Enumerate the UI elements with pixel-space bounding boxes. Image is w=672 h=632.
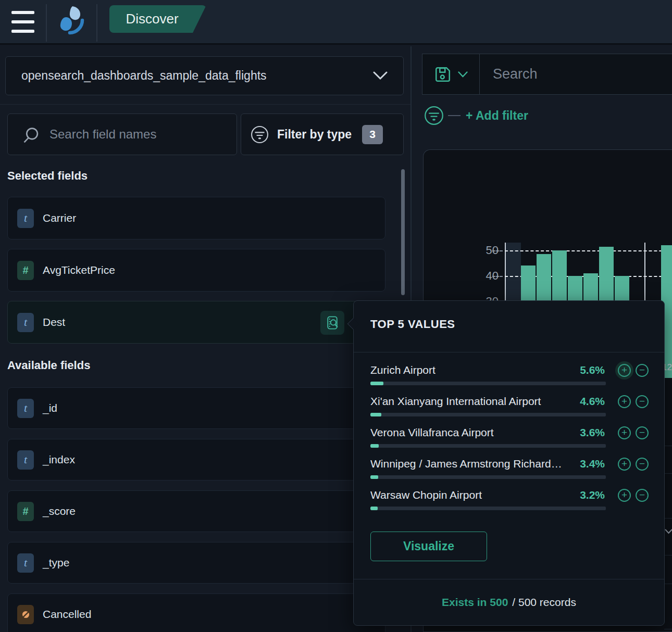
field-card-cancelled[interactable]: Cancelled: [7, 593, 385, 632]
top-value-progress-fill: [370, 444, 379, 448]
top-value-row: Winnipeg / James Armstrong Richard…3.4%+…: [370, 456, 649, 478]
top-value-label: Verona Villafranca Airport: [370, 426, 580, 439]
selected-fields-list: tCarrier#AvgTicketPricetDest: [7, 197, 385, 353]
table-row-divider: [664, 584, 672, 584]
top-value-row: Xi'an Xianyang International Airport4.6%…: [370, 394, 649, 416]
nav-divider: [46, 4, 47, 42]
field-details-button[interactable]: [320, 311, 344, 335]
top-value-progress-fill: [370, 507, 378, 510]
filter-by-type-button[interactable]: Filter by type 3: [241, 113, 404, 155]
top-value-percent: 3.4%: [580, 458, 605, 470]
filter-icon: [424, 106, 444, 125]
field-search-box: [7, 113, 237, 155]
top-value-percent: 5.6%: [580, 364, 605, 376]
string-type-icon: t: [17, 450, 34, 470]
visualize-button[interactable]: Visualize: [370, 532, 487, 561]
field-search-input[interactable]: [8, 114, 237, 155]
filter-for-value-button[interactable]: +: [618, 426, 631, 439]
field-card-avgticketprice[interactable]: #AvgTicketPrice: [7, 249, 385, 292]
saved-queries-button[interactable]: [422, 54, 480, 94]
save-icon: [434, 66, 452, 83]
top-value-label: Xi'an Xianyang International Airport: [370, 395, 580, 408]
popover-divider: [354, 352, 664, 352]
field-name: Dest: [43, 316, 65, 328]
string-type-icon: t: [17, 553, 34, 573]
selected-fields-heading: Selected fields: [7, 169, 88, 183]
filter-out-value-button[interactable]: −: [636, 489, 649, 502]
type-filter-count-badge: 3: [362, 125, 383, 144]
add-filter-link[interactable]: + Add filter: [466, 109, 528, 123]
filter-by-type-label: Filter by type: [277, 128, 352, 142]
available-fields-list: t_idt_index#_scoret_typeCancelled: [7, 387, 385, 632]
top-value-progress-fill: [370, 413, 381, 416]
query-bar: [422, 54, 672, 95]
boolean-type-icon: [17, 605, 34, 624]
y-tick-label: 50: [468, 244, 499, 257]
top-value-progress-track: [370, 444, 606, 448]
tab-discover[interactable]: Discover: [109, 5, 206, 33]
sidebar-divider: [0, 104, 410, 105]
top-value-label: Zurich Airport: [370, 364, 580, 376]
filter-out-value-button[interactable]: −: [636, 458, 649, 471]
chart-gridline: [505, 250, 672, 251]
index-pattern-select[interactable]: opensearch_dashboards_sample_data_flight…: [5, 56, 404, 95]
string-type-icon: t: [17, 209, 34, 228]
filter-for-value-button[interactable]: +: [618, 395, 631, 408]
table-row-divider: [664, 629, 672, 629]
popover-title: TOP 5 VALUES: [354, 301, 664, 331]
filter-for-value-button[interactable]: +: [618, 364, 631, 377]
menu-icon[interactable]: [11, 11, 34, 33]
field-name: _score: [43, 505, 76, 517]
top-value-progress-track: [370, 413, 606, 416]
top-value-progress-track: [370, 382, 606, 385]
field-card-carrier[interactable]: tCarrier: [7, 197, 385, 239]
top-nav: Discover: [0, 0, 672, 45]
top-value-progress-track: [370, 507, 606, 510]
sidebar-scrollbar[interactable]: [401, 169, 405, 295]
table-row-divider: [664, 446, 672, 446]
filter-for-value-button[interactable]: +: [618, 489, 631, 502]
field-card-score[interactable]: #_score: [7, 490, 385, 532]
filter-pin-divider: [448, 115, 461, 116]
field-top-values-popover: TOP 5 VALUES Zurich Airport5.6%+−Xi'an X…: [353, 300, 665, 626]
field-name: Carrier: [43, 212, 76, 224]
top-value-progress-track: [370, 475, 606, 479]
boolean-type-glyph: [21, 610, 31, 620]
filter-out-value-button[interactable]: −: [636, 426, 649, 439]
top-value-percent: 3.6%: [580, 426, 605, 439]
search-query-input[interactable]: [480, 54, 672, 94]
records-total-text: / 500 records: [512, 596, 576, 609]
exists-count-text: Exists in 500: [442, 596, 508, 609]
top-value-progress-fill: [370, 382, 383, 385]
table-row-divider: [664, 555, 672, 555]
filter-for-value-button[interactable]: +: [618, 458, 631, 471]
y-tick-label: 40: [468, 269, 499, 283]
filter-out-value-button[interactable]: −: [636, 364, 649, 377]
top-value-label: Winnipeg / James Armstrong Richard…: [370, 458, 580, 470]
field-name: Cancelled: [43, 608, 91, 621]
field-name: _index: [43, 453, 75, 466]
string-type-icon: t: [17, 399, 34, 418]
number-type-icon: #: [17, 502, 34, 521]
filter-bar: + Add filter: [424, 106, 528, 125]
field-card-index[interactable]: t_index: [7, 439, 385, 481]
field-card-type[interactable]: t_type: [7, 542, 385, 584]
tab-discover-label: Discover: [126, 11, 178, 27]
field-name: _type: [43, 557, 69, 569]
field-details-magnifier-icon: [326, 315, 339, 330]
fields-sidebar: opensearch_dashboards_sample_data_flight…: [0, 46, 412, 632]
field-name: AvgTicketPrice: [43, 264, 115, 276]
filter-out-value-button[interactable]: −: [636, 395, 649, 408]
field-card-id[interactable]: t_id: [7, 387, 385, 429]
table-row-divider: [664, 518, 672, 519]
top-value-row: Verona Villafranca Airport3.6%+−: [370, 425, 649, 447]
top-value-row: Zurich Airport5.6%+−: [370, 362, 649, 385]
opensearch-logo[interactable]: [55, 3, 89, 36]
available-fields-heading: Available fields: [7, 359, 90, 372]
top-value-row: Warsaw Chopin Airport3.2%+−: [370, 487, 649, 510]
expand-row-chevron-icon[interactable]: [665, 529, 672, 534]
field-card-dest[interactable]: tDest: [7, 301, 385, 344]
top-value-percent: 3.2%: [580, 489, 605, 501]
index-pattern-label: opensearch_dashboards_sample_data_flight…: [21, 69, 267, 83]
top-values-list: Zurich Airport5.6%+−Xi'an Xianyang Inter…: [370, 362, 649, 519]
